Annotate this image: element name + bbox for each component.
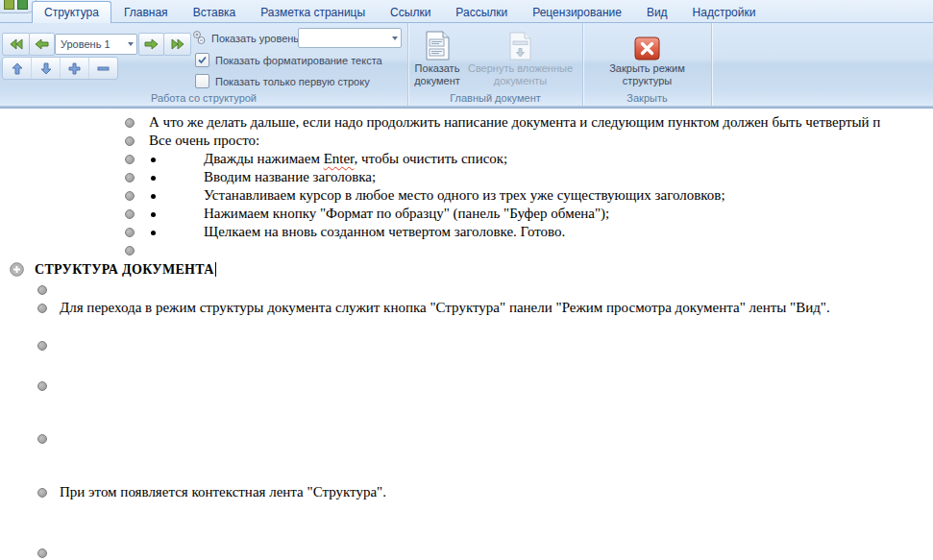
show-level-icon <box>192 30 208 45</box>
expand-button[interactable] <box>61 58 89 79</box>
outline-row <box>0 241 933 259</box>
ribbon-tab-strip: СтруктураГлавнаяВставкаРазметка страницы… <box>0 0 933 23</box>
show-document-icon <box>425 26 451 61</box>
tab-Вставка[interactable]: Вставка <box>181 1 249 23</box>
checkbox-show-formatting[interactable]: Показать форматирование текста <box>195 53 382 67</box>
down-arrow-icon <box>40 62 52 75</box>
outline-row: Нажимаем кнопку "Формат по образцу" (пан… <box>0 205 933 223</box>
minus-icon <box>97 62 110 75</box>
outline-bullet-icon[interactable] <box>37 548 47 558</box>
tab-Рассылки[interactable]: Рассылки <box>443 1 520 23</box>
tab-strip: СтруктураГлавнаяВставкаРазметка страницы… <box>32 1 768 22</box>
outline-row <box>0 429 933 448</box>
outline-row: Все очень просто: <box>0 132 933 150</box>
outline-row: Вводим название заголовка; <box>0 168 933 186</box>
outline-row: СТРУКТУРА ДОКУМЕНТА <box>0 259 933 280</box>
outline-bullet-icon[interactable] <box>125 136 135 146</box>
paragraph-text: Щелкаем на вновь созданном четвертом заг… <box>204 223 565 241</box>
group-close: Закрыть режим структуры Закрыть <box>583 23 712 106</box>
paragraph-text: Все очень просто: <box>149 132 259 150</box>
list-bullet-icon <box>151 194 156 199</box>
outline-bullet-icon[interactable] <box>37 285 47 295</box>
group-label-close: Закрыть <box>583 92 711 104</box>
paragraph-text: Для перехода в режим структуры документа… <box>60 299 830 317</box>
outline-bullet-icon[interactable] <box>125 191 135 201</box>
paragraph-text: Вводим название заголовка; <box>204 168 376 186</box>
outline-row: Дважды нажимаем Enter, чтобы очистить сп… <box>0 150 933 168</box>
chevron-down-icon[interactable] <box>124 35 136 54</box>
heading-text: СТРУКТУРА ДОКУМЕНТА <box>35 259 216 280</box>
collapse-subdocuments-label: Свернуть вложенные документы <box>464 62 577 87</box>
paragraph-text: Нажимаем кнопку "Формат по образцу" (пан… <box>204 205 609 223</box>
promote-button[interactable] <box>29 33 55 56</box>
plus-icon <box>68 62 81 75</box>
outline-level-select[interactable]: Уровень 1 <box>55 34 137 55</box>
list-bullet-icon <box>151 231 156 235</box>
show-level-select[interactable] <box>298 28 402 48</box>
move-down-button[interactable] <box>32 58 61 79</box>
outline-bullet-icon[interactable] <box>125 155 135 164</box>
collapse-subdocuments-button[interactable]: Свернуть вложенные документы <box>464 26 577 87</box>
tab-Вид[interactable]: Вид <box>634 1 680 23</box>
tab-Рецензирование[interactable]: Рецензирование <box>520 1 634 23</box>
tab-Главная[interactable]: Главная <box>111 1 181 23</box>
double-left-arrow-icon <box>9 38 24 50</box>
tab-Структура[interactable]: Структура <box>32 1 111 23</box>
move-up-button[interactable] <box>3 58 32 79</box>
show-formatting-label: Показать форматирование текста <box>215 55 382 66</box>
chevron-down-icon[interactable] <box>388 29 401 47</box>
list-bullet-icon <box>151 176 156 181</box>
outline-bullet-icon[interactable] <box>125 246 135 256</box>
group-outline-tools: Уровень 1 <box>0 23 408 106</box>
outline-row: Устанавливаем курсор в любое место одног… <box>0 186 933 205</box>
group-label-master-document: Главный документ <box>408 92 582 104</box>
close-outline-view-label: Закрыть режим структуры <box>591 62 703 87</box>
checkbox-icon <box>195 53 209 67</box>
up-arrow-icon <box>12 62 23 75</box>
outline-bullet-icon[interactable] <box>37 381 47 391</box>
paragraph-text: А что же делать дальше, если надо продол… <box>149 113 880 132</box>
outline-row <box>0 280 933 299</box>
tab-Ссылки[interactable]: Ссылки <box>378 1 443 23</box>
promote-to-heading1-button[interactable] <box>2 33 30 56</box>
document-outline[interactable]: А что же делать дальше, если надо продол… <box>0 109 933 560</box>
left-arrow-icon <box>35 38 49 50</box>
outline-bullet-icon[interactable] <box>125 118 135 128</box>
outline-row: Для перехода в режим структуры документа… <box>0 299 933 317</box>
outline-bullet-icon[interactable] <box>37 304 47 313</box>
checkbox-show-first-line[interactable]: Показать только первую строку <box>195 74 370 88</box>
close-red-x-icon <box>634 26 660 61</box>
demote-to-body-button[interactable] <box>163 33 191 56</box>
right-arrow-icon <box>144 38 159 50</box>
double-right-arrow-icon <box>170 38 185 50</box>
paragraph-text: Дважды нажимаем Enter, чтобы очистить сп… <box>204 150 507 168</box>
outline-row <box>0 336 933 354</box>
paragraph-text: При этом появляется контекстная лента "С… <box>60 483 386 501</box>
outline-level-value: Уровень 1 <box>56 38 124 50</box>
group-master-document: Показать документ Свернуть вложенные док… <box>408 23 583 106</box>
show-level-label: Показать уровень: <box>211 33 302 44</box>
show-document-button[interactable]: Показать документ <box>411 26 463 87</box>
tab-Надстройки[interactable]: Надстройки <box>680 1 769 23</box>
outline-bullet-icon[interactable] <box>37 341 47 351</box>
show-first-line-label: Показать только первую строку <box>215 76 370 87</box>
outline-row <box>0 377 933 395</box>
outline-row: Щелкаем на вновь созданном четвертом заг… <box>0 223 933 241</box>
outline-bullet-icon[interactable] <box>37 488 47 498</box>
tab-Разметка страницы[interactable]: Разметка страницы <box>248 1 378 23</box>
outline-bullet-icon[interactable] <box>37 434 47 444</box>
outline-bullet-icon[interactable] <box>125 209 135 219</box>
outline-plus-icon[interactable] <box>10 262 24 277</box>
close-outline-view-button[interactable]: Закрыть режим структуры <box>591 26 703 87</box>
demote-button[interactable] <box>138 33 164 56</box>
check-icon <box>197 55 208 65</box>
outline-row <box>0 544 933 560</box>
list-bullet-icon <box>151 158 156 162</box>
misspelled-word: Enter <box>324 151 355 166</box>
outline-move-button-group <box>2 57 118 80</box>
outline-bullet-icon[interactable] <box>125 228 135 237</box>
outline-row: А что же делать дальше, если надо продол… <box>0 113 933 132</box>
collapse-button[interactable] <box>89 58 117 79</box>
outline-bullet-icon[interactable] <box>125 173 135 183</box>
show-document-label: Показать документ <box>411 62 463 87</box>
